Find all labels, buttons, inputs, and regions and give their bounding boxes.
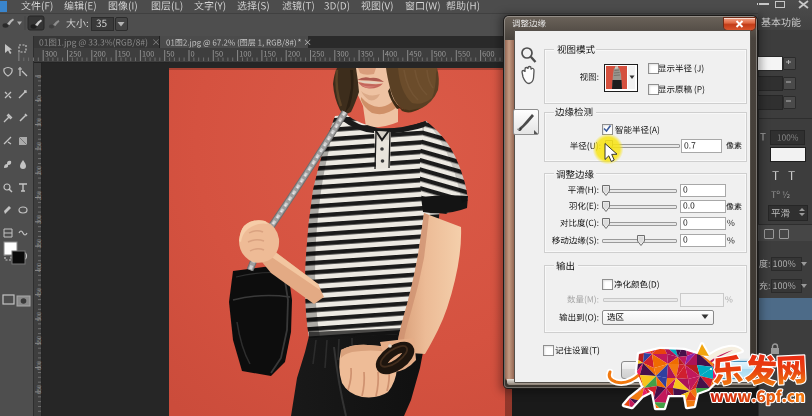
svg-text:500: 500 xyxy=(36,312,42,321)
svg-text:100: 100 xyxy=(36,118,42,127)
svg-text:200: 200 xyxy=(36,166,42,175)
svg-text:50: 50 xyxy=(36,96,42,102)
svg-text:550: 550 xyxy=(36,336,42,345)
svg-text:250: 250 xyxy=(36,191,42,200)
svg-text:450: 450 xyxy=(36,288,42,297)
svg-text:150: 150 xyxy=(36,142,42,151)
svg-text:400: 400 xyxy=(36,263,42,272)
svg-text:650: 650 xyxy=(36,385,42,394)
svg-text:0: 0 xyxy=(36,75,42,78)
svg-text:300: 300 xyxy=(36,215,42,224)
svg-text:350: 350 xyxy=(36,239,42,248)
svg-text:600: 600 xyxy=(36,361,42,370)
